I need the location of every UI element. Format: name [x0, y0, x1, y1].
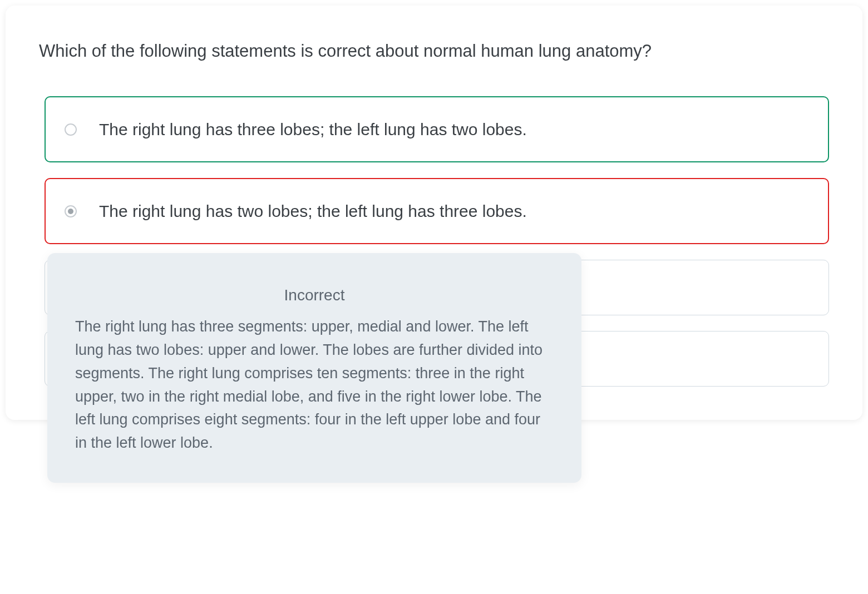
- radio-checked-icon: [65, 205, 77, 217]
- question-text: Which of the following statements is cor…: [39, 39, 829, 63]
- feedback-panel: Incorrect The right lung has three segme…: [47, 253, 581, 483]
- option-2[interactable]: The right lung has two lobes; the left l…: [45, 178, 829, 244]
- feedback-body: The right lung has three segments: upper…: [75, 315, 554, 455]
- option-1[interactable]: The right lung has three lobes; the left…: [45, 96, 829, 162]
- option-text: The right lung has two lobes; the left l…: [99, 200, 527, 222]
- quiz-card: Which of the following statements is cor…: [6, 6, 862, 420]
- option-text: The right lung has three lobes; the left…: [99, 118, 527, 140]
- feedback-title: Incorrect: [75, 286, 554, 304]
- radio-unchecked-icon: [65, 123, 77, 136]
